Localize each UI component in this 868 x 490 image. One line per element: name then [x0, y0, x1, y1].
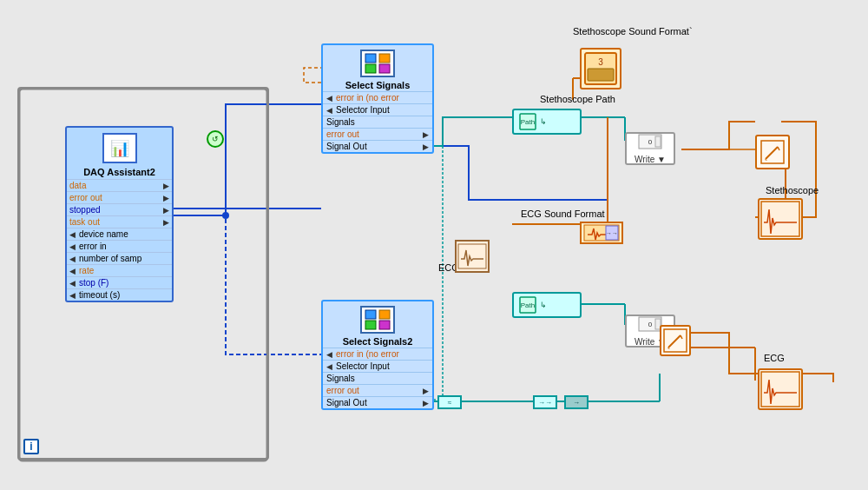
daq-icon-area: 📊 [67, 128, 172, 165]
ss2-port-errorout: error out ▶ [323, 384, 432, 396]
loop-indicator: ↺ [207, 130, 224, 148]
daq-port-errorout: error out ▶ [67, 191, 172, 203]
svg-text:0: 0 [648, 321, 653, 328]
svg-rect-20 [365, 54, 376, 63]
svg-rect-25 [379, 310, 390, 319]
info-icon: i [23, 439, 39, 454]
ecg-sound-format-label: ECG Sound Format [521, 209, 605, 219]
svg-rect-26 [365, 321, 376, 329]
svg-rect-27 [379, 321, 390, 329]
daq-port-timeout: ◀ timeout (s) [67, 288, 172, 301]
connector-ss2-1[interactable]: ≈ [437, 395, 462, 409]
svg-text:3: 3 [598, 57, 603, 67]
daq-title: DAQ Assistant2 [67, 165, 172, 179]
ss1-port-signals: Signals [323, 116, 432, 128]
ss2-icon-area [323, 301, 432, 335]
write1-label: Write ▼ [629, 153, 671, 166]
ss1-port-selectorinput: ◀ Selector Input [323, 103, 432, 116]
ss2-icon-box [360, 306, 395, 334]
daq-port-stopped: stopped ▶ [67, 203, 172, 215]
svg-text:→→: →→ [606, 230, 618, 236]
select-signals-2-block[interactable]: Select Signals2 ◀ error in (no error ◀ S… [321, 300, 434, 410]
stethoscope-label: Stethoscope [766, 185, 819, 195]
write-block-1[interactable]: 0 Write ▼ [625, 132, 675, 165]
ecg-path-icon[interactable] [455, 240, 490, 273]
daq-port-taskout: task out ▶ [67, 215, 172, 228]
ss2-port-signalout: Signal Out ▶ [323, 396, 432, 408]
daq-port-rate: ◀ rate [67, 264, 172, 276]
ecg-path-block[interactable]: Path ↳ [512, 292, 582, 318]
stethoscope-path-block[interactable]: Path ↳ [512, 109, 582, 135]
edit-icon-2[interactable] [660, 325, 691, 356]
svg-rect-35 [655, 136, 661, 147]
svg-rect-30 [588, 69, 614, 81]
connector-ss2-3[interactable]: → [564, 395, 589, 409]
ss1-icon-area [323, 45, 432, 79]
daq-port-stop: ◀ stop (F) [67, 276, 172, 288]
ecg-label: ECG [764, 353, 785, 363]
daq-port-numsamples: ◀ number of samp [67, 252, 172, 264]
stethoscope-path-label: Stethoscope Path [540, 94, 615, 104]
svg-rect-21 [379, 54, 390, 63]
daq-icon-box: 📊 [102, 133, 137, 163]
connector-ss2-2[interactable]: →→ [533, 395, 557, 409]
daq-port-errorin: ◀ error in [67, 240, 172, 252]
ss1-icon-box [360, 50, 395, 77]
stethoscope-waveform[interactable] [758, 198, 803, 240]
svg-rect-24 [365, 310, 376, 319]
svg-rect-40 [761, 202, 799, 236]
svg-rect-23 [379, 64, 390, 73]
ss2-port-selectorinput: ◀ Selector Input [323, 360, 432, 372]
svg-rect-22 [365, 64, 376, 73]
ss2-port-errorin: ◀ error in (no error [323, 348, 432, 360]
daq-assistant-block[interactable]: 📊 DAQ Assistant2 data ▶ error out ▶ stop… [65, 126, 174, 302]
ecg-waveform[interactable] [758, 368, 803, 410]
svg-text:Path: Path [521, 301, 535, 309]
ss1-title: Select Signals [323, 79, 432, 91]
svg-rect-54 [761, 372, 799, 407]
stethoscope-sound-format-label: Stethoscope Sound Format` [573, 26, 693, 36]
ss1-port-signalout: Signal Out ▶ [323, 140, 432, 152]
edit-icon-1[interactable] [755, 135, 790, 169]
ss2-title: Select Signals2 [323, 335, 432, 348]
daq-port-devicename: ◀ device name [67, 228, 172, 240]
ss1-port-errorin: ◀ error in (no error [323, 91, 432, 103]
ss1-port-errorout: error out ▶ [323, 128, 432, 140]
select-signals-1-block[interactable]: Select Signals ◀ error in (no error ◀ Se… [321, 43, 434, 154]
svg-text:Path: Path [521, 118, 535, 126]
daq-port-data: data ▶ [67, 179, 172, 191]
ecg-sound-format-block[interactable]: →→ [580, 222, 623, 244]
canvas: i ↺ 📊 DAQ Assistant2 data ▶ error out ▶ … [0, 0, 868, 490]
sound-format-block[interactable]: 3 [580, 48, 621, 89]
svg-rect-44 [458, 244, 486, 268]
ss2-port-signals: Signals [323, 372, 432, 384]
svg-text:0: 0 [648, 138, 653, 146]
